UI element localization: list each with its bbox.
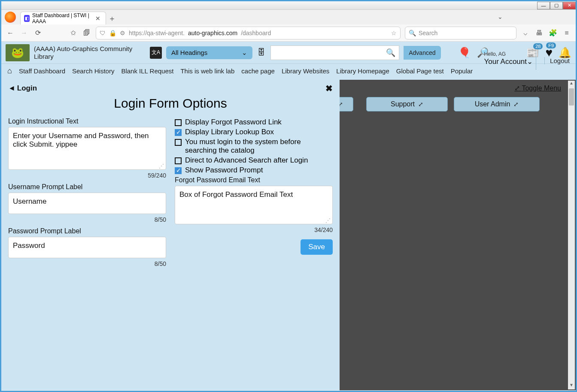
nav-link[interactable]: Blank ILL Request xyxy=(121,67,173,75)
browser-toolbar: ← → ⟳ ✩ 🗐 🛡 🔒 ⚙ https://qa-stwi-agent.au… xyxy=(1,24,576,42)
checkbox-direct-advanced[interactable]: Direct to Advanced Search after Login xyxy=(175,156,333,165)
shield-icon: 🛡 xyxy=(100,30,106,36)
url-bar[interactable]: 🛡 🔒 ⚙ https://qa-stwi-agent.auto-graphic… xyxy=(96,27,401,39)
checkbox-label: Direct to Advanced Search after Login xyxy=(185,156,308,165)
search-icon: 🔍 xyxy=(409,30,416,36)
nav-link[interactable]: Library Homepage xyxy=(336,67,389,75)
checkbox-label: Show Password Prompt xyxy=(185,166,263,175)
search-placeholder: Search xyxy=(419,30,437,36)
scroll-down-icon[interactable]: ▼ xyxy=(568,383,575,389)
headings-label: All Headings xyxy=(171,49,207,56)
news-badge: 28 xyxy=(533,43,543,49)
tabs-list-chevron-icon[interactable]: ⌄ xyxy=(498,13,503,20)
right-column: Display Forgot Password Link Display Lib… xyxy=(175,117,333,271)
advanced-search-button[interactable]: Advanced xyxy=(404,46,440,60)
username-label-input[interactable] xyxy=(8,193,166,214)
nav-link[interactable]: This is web link lab xyxy=(180,67,234,75)
pocket-icon[interactable]: ⌵ xyxy=(521,29,530,37)
checkbox-icon[interactable] xyxy=(175,157,182,164)
username-counter: 8/50 xyxy=(8,216,166,223)
panel-close-button[interactable]: ✖ xyxy=(325,83,333,93)
tab-close-icon[interactable]: ✕ xyxy=(94,15,102,22)
scroll-up-icon[interactable]: ▲ xyxy=(568,81,575,87)
chevron-down-icon: ⌄ xyxy=(527,57,533,66)
nav-link[interactable]: Staff Dashboard xyxy=(19,67,65,75)
panel-title: Login Form Options xyxy=(8,96,333,111)
search-icon[interactable]: 🔍 xyxy=(386,48,395,57)
bookmark-star-icon[interactable]: ✩ xyxy=(68,28,78,38)
hello-text: Hello, AG xyxy=(484,51,533,57)
window-titlebar: — ▢ ✕ xyxy=(1,1,576,10)
nav-link[interactable]: Library Websites xyxy=(282,67,329,75)
firefox-icon xyxy=(5,12,16,23)
checkbox-library-lookup[interactable]: Display Library Lookup Box xyxy=(175,128,333,136)
checkbox-icon[interactable] xyxy=(175,167,182,174)
instructional-text-input[interactable] xyxy=(8,127,166,170)
checkbox-show-password[interactable]: Show Password Prompt xyxy=(175,166,333,175)
toggle-menu-link[interactable]: Toggle Menu xyxy=(514,84,561,92)
nav-link[interactable]: Global Page test xyxy=(396,67,444,75)
url-path: /dashboard xyxy=(241,30,271,36)
expand-icon: ⤢ xyxy=(513,101,519,108)
checkbox-forgot-link[interactable]: Display Forgot Password Link xyxy=(175,118,333,127)
vertical-scrollbar[interactable]: ▲ ▼ xyxy=(568,81,575,389)
app-menu-icon[interactable]: ≡ xyxy=(562,29,571,37)
window-maximize-button[interactable]: ▢ xyxy=(550,2,563,9)
nav-link[interactable]: Search History xyxy=(72,67,114,75)
account-block[interactable]: Hello, AG Your Account⌄ xyxy=(484,51,533,66)
extensions-icon[interactable]: 🧩 xyxy=(548,29,558,37)
panel-back-button[interactable]: ◄ Login xyxy=(8,84,37,93)
translate-icon[interactable]: 文A xyxy=(150,47,162,59)
password-label-input[interactable] xyxy=(8,237,166,258)
browser-tab-active[interactable]: ◧ Staff Dashboard | STWI | AAAA ✕ xyxy=(20,12,106,24)
site-title: (AAAA) Auto-Graphics Community Library xyxy=(34,45,146,60)
favorites-badge: F9 xyxy=(546,42,556,48)
window-close-button[interactable]: ✕ xyxy=(563,2,576,9)
balloon-icon[interactable]: 🎈 xyxy=(458,47,471,59)
expand-icon: ⤢ xyxy=(418,101,423,108)
print-icon[interactable]: 🖶 xyxy=(534,29,544,37)
forgot-email-counter: 34/240 xyxy=(175,226,333,233)
headings-dropdown[interactable]: All Headings ⌄ xyxy=(166,46,252,59)
window-minimize-button[interactable]: — xyxy=(537,2,550,9)
save-button[interactable]: Save xyxy=(301,239,333,255)
password-counter: 8/50 xyxy=(8,260,166,267)
account-label: Your Account xyxy=(484,57,527,66)
checkbox-must-login[interactable]: You must login to the system before sear… xyxy=(175,138,333,155)
useradmin-label: User Admin xyxy=(475,100,510,108)
forward-button: → xyxy=(19,28,29,38)
lock-icon: 🔒 xyxy=(109,30,116,36)
login-options-panel: ◄ Login ✖ Login Form Options Login Instr… xyxy=(1,80,340,390)
user-admin-panel-button[interactable]: User Admin⤢ xyxy=(454,97,540,112)
support-panel-button[interactable]: Support⤢ xyxy=(366,97,448,112)
new-tab-button[interactable]: ＋ xyxy=(106,12,118,24)
content-area: Toggle Menu ⤢ Support⤢ User Admin⤢ ▲ ▼ ◄… xyxy=(1,80,576,390)
forgot-email-input[interactable] xyxy=(175,186,333,224)
logout-link[interactable]: Logout xyxy=(544,57,570,64)
forgot-email-label: Forgot Password Email Text xyxy=(175,176,333,184)
site-logo[interactable]: 🐸 xyxy=(6,44,30,61)
tab-favicon: ◧ xyxy=(24,15,30,22)
clipboard-icon[interactable]: 🗐 xyxy=(82,28,91,38)
checkbox-icon[interactable] xyxy=(175,129,182,136)
nav-link[interactable]: Popular xyxy=(451,67,473,75)
checkbox-icon[interactable] xyxy=(175,119,182,126)
checkbox-label: Display Forgot Password Link xyxy=(185,118,282,127)
checkbox-icon[interactable] xyxy=(175,139,182,146)
nav-link[interactable]: cache page xyxy=(241,67,275,75)
support-label: Support xyxy=(391,100,415,108)
site-search-input[interactable]: 🔍 xyxy=(270,45,399,60)
back-arrow-icon: ◄ xyxy=(8,84,15,93)
instructional-text-counter: 59/240 xyxy=(8,172,166,179)
tab-title: Staff Dashboard | STWI | AAAA xyxy=(32,12,91,24)
bookmark-page-icon[interactable]: ☆ xyxy=(391,30,397,36)
scroll-thumb[interactable] xyxy=(569,88,574,106)
home-icon[interactable]: ⌂ xyxy=(7,66,12,75)
browser-search-box[interactable]: 🔍 Search xyxy=(405,27,516,39)
instructional-text-label: Login Instructional Text xyxy=(8,118,166,125)
database-icon[interactable]: 🗄 xyxy=(257,48,266,57)
checkbox-label: Display Library Lookup Box xyxy=(185,128,274,136)
back-button[interactable]: ← xyxy=(6,28,15,38)
reload-button[interactable]: ⟳ xyxy=(33,28,43,38)
url-domain: auto-graphics.com xyxy=(188,30,237,36)
